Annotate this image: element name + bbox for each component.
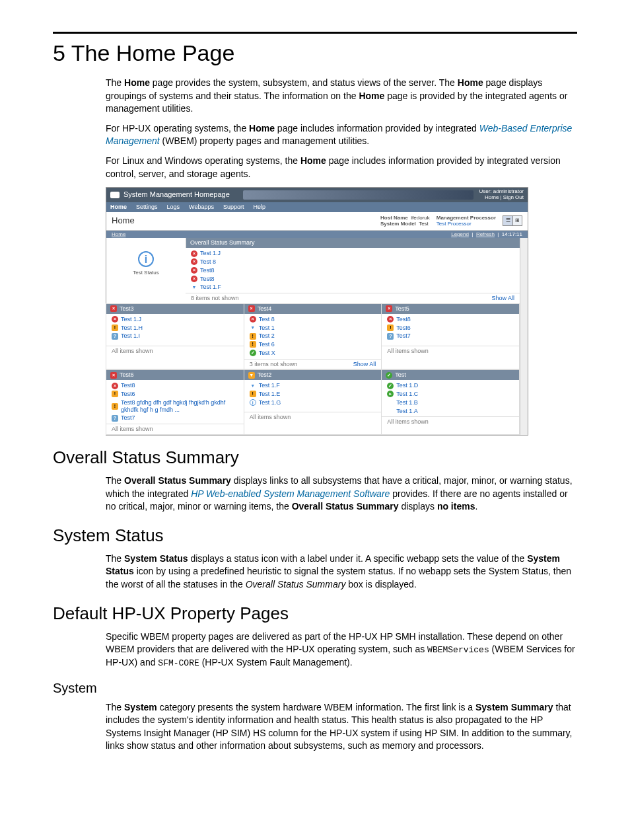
h2-oss: Overall Status Summary: [53, 447, 577, 468]
grid-view-icon[interactable]: ⊞: [512, 216, 522, 225]
card-item[interactable]: Test 1.E: [244, 390, 382, 399]
h2-hpux: Default HP-UX Property Pages: [53, 603, 577, 624]
tab-help[interactable]: Help: [253, 204, 265, 211]
chapter-title: 5 The Home Page: [53, 40, 577, 66]
card-header[interactable]: Test3: [106, 304, 244, 314]
card-header[interactable]: Test5: [382, 304, 519, 314]
card-item-label: Test 8: [259, 316, 275, 323]
card-count: All items shown: [250, 414, 291, 421]
tab-support[interactable]: Support: [223, 204, 244, 211]
card-header[interactable]: Test4: [244, 304, 382, 314]
status-icon: [112, 391, 118, 397]
status-icon: [110, 372, 117, 379]
show-all-link[interactable]: Show All: [353, 361, 376, 368]
h2-system-status: System Status: [53, 525, 577, 546]
card-item-label: Test 1.A: [396, 408, 418, 415]
card-item[interactable]: Test X: [244, 349, 382, 358]
status-icon: [386, 372, 392, 379]
oss-item[interactable]: Test8: [186, 275, 520, 284]
card-item[interactable]: Test 1.F: [244, 381, 382, 390]
card-item[interactable]: Test 1.D: [382, 381, 519, 390]
card-item[interactable]: Test 6: [244, 340, 382, 349]
page-label: Home: [112, 215, 135, 226]
card-item[interactable]: Test 1.G: [244, 399, 382, 407]
card-item-label: Test 1.H: [121, 325, 143, 332]
status-icon: [191, 250, 197, 257]
card-item-label: Test 1.B: [396, 399, 418, 406]
card-header[interactable]: Test: [382, 370, 519, 380]
status-icon: [387, 399, 394, 406]
mp-info: Management Processor Test Processor: [437, 215, 496, 227]
app-title: System Management Homepage: [123, 190, 230, 199]
oss-item-label: Test8: [200, 276, 215, 283]
card-item-label: Test7: [396, 332, 411, 340]
card-item[interactable]: Test8: [382, 315, 519, 324]
list-view-icon[interactable]: ☰: [503, 216, 512, 225]
card-item-label: Test 1.E: [259, 391, 281, 398]
card-item[interactable]: Test6: [382, 324, 519, 332]
oss-item[interactable]: Test 1.F: [186, 283, 520, 291]
status-icon: [250, 341, 256, 348]
status-icon: [250, 391, 256, 397]
status-icon: [191, 276, 197, 282]
card-item-label: Test7: [121, 414, 135, 422]
card-item[interactable]: Test 1.A: [382, 407, 519, 416]
card-item[interactable]: Test7: [382, 332, 519, 340]
oss-item-label: Test 1.J: [200, 250, 221, 257]
status-icon: [112, 333, 118, 340]
card-header[interactable]: Test6: [106, 370, 244, 380]
card-item[interactable]: Test8 gfdhg dfh gdf hgkdj fhgjkd'h gkdhf…: [106, 399, 244, 414]
card-item-label: Test6: [396, 325, 411, 332]
banner-image: [243, 190, 474, 200]
status-icon: [387, 325, 394, 331]
card-item[interactable]: Test 1.C: [382, 390, 519, 399]
status-icon: [112, 325, 118, 331]
status-card: Test2Test 1.FTest 1.ETest 1.GAll items s…: [244, 369, 382, 435]
tab-settings[interactable]: Settings: [136, 204, 158, 211]
host-info: Host Name ifedoruk System Model Test: [380, 215, 430, 227]
card-count: All items shown: [112, 348, 153, 355]
card-item[interactable]: Test6: [106, 390, 244, 399]
tab-logs[interactable]: Logs: [167, 204, 180, 211]
card-item[interactable]: Test 1.B: [382, 399, 519, 407]
status-card: Test4Test 8Test 1Test 2Test 6Test X3 ite…: [244, 303, 382, 370]
refresh-link[interactable]: Refresh: [476, 231, 495, 237]
oss-item[interactable]: Test8: [186, 266, 520, 275]
card-item[interactable]: Test 1.H: [106, 324, 244, 332]
status-icon: [250, 325, 256, 331]
card-item-label: Test X: [259, 350, 275, 357]
card-item[interactable]: Test 8: [244, 315, 382, 324]
tab-home[interactable]: Home: [110, 204, 127, 211]
status-icon: [387, 383, 394, 389]
screenshot-smh: System Management Homepage User: adminis…: [106, 187, 528, 436]
status-icon: [250, 316, 256, 323]
card-title: Test2: [258, 371, 272, 379]
view-toggle[interactable]: ☰⊞: [503, 215, 522, 226]
status-icon: [250, 350, 256, 356]
tab-webapps[interactable]: Webapps: [189, 204, 214, 211]
card-item-label: Test 1.F: [259, 382, 280, 389]
card-item[interactable]: Test 2: [244, 332, 382, 340]
card-item[interactable]: Test 1: [244, 324, 382, 332]
breadcrumb-home[interactable]: Home: [112, 231, 125, 238]
intro-para-2: For HP-UX operating systems, the Home pa…: [106, 122, 577, 148]
test-status-block: i Test Status: [106, 238, 186, 303]
oss-item[interactable]: Test 1.J: [186, 249, 520, 258]
oss-item-label: Test8: [200, 267, 215, 274]
status-icon: [112, 403, 118, 410]
oss-header: Overall Status Summary: [186, 238, 520, 248]
scrollbar[interactable]: [520, 238, 528, 435]
card-item[interactable]: Test 1.I: [106, 332, 244, 340]
show-all-link[interactable]: Show All: [491, 295, 514, 302]
card-item[interactable]: Test8: [106, 381, 244, 390]
top-tabs[interactable]: Home Settings Logs Webapps Support Help: [106, 202, 528, 212]
card-item-label: Test8 gfdhg dfh gdf hgkdj fhgjkd'h gkdhf…: [121, 399, 238, 414]
card-header[interactable]: Test2: [244, 370, 382, 380]
oss-items-count: 8 items not shown: [191, 295, 239, 302]
oss-item[interactable]: Test 8: [186, 258, 520, 266]
card-item-label: Test 1.I: [121, 332, 140, 340]
card-item[interactable]: Test 1.J: [106, 315, 244, 324]
card-item[interactable]: Test7: [106, 414, 244, 422]
status-icon: [112, 415, 118, 422]
legend-link[interactable]: Legend: [451, 231, 469, 237]
